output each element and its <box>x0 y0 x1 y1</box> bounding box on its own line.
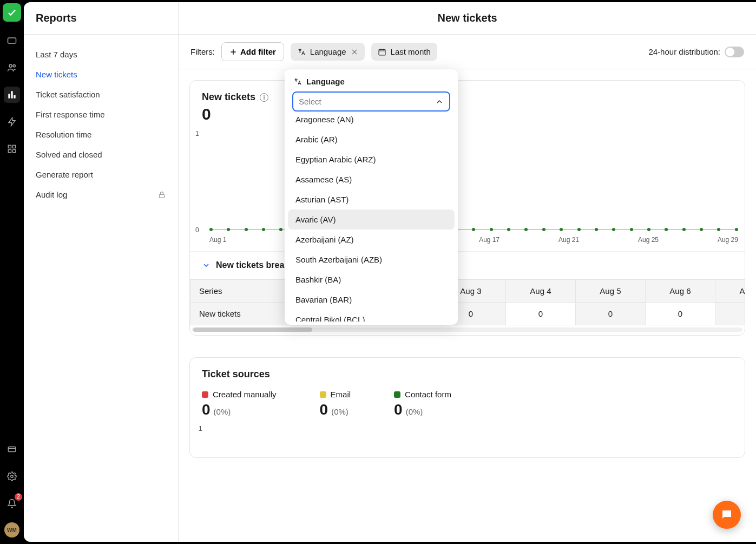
total-value: 0 <box>202 105 733 123</box>
source-pct: (0%) <box>331 407 349 416</box>
y-tick: 1 <box>199 425 202 432</box>
chart-point <box>542 228 545 231</box>
people-icon[interactable] <box>4 60 20 76</box>
info-icon[interactable]: i <box>260 93 268 102</box>
billing-icon[interactable] <box>4 441 20 457</box>
source-pct: (0%) <box>406 407 423 416</box>
chart-point <box>262 228 265 231</box>
filter-chip-language[interactable]: Language <box>291 43 365 61</box>
close-icon[interactable] <box>351 48 358 56</box>
settings-icon[interactable] <box>4 468 20 484</box>
filter-chip-date[interactable]: Last month <box>371 43 437 61</box>
sidebar-item-audit[interactable]: Audit log <box>24 185 178 205</box>
tickets-icon[interactable] <box>4 32 20 49</box>
automation-icon[interactable] <box>4 114 20 130</box>
svg-rect-8 <box>13 145 16 148</box>
sidebar-item-new-tickets[interactable]: New tickets <box>24 64 178 84</box>
source-label: Created manually <box>213 390 277 399</box>
language-option[interactable]: Central Bikol (BCL) <box>288 310 455 322</box>
sidebar-item-resolution[interactable]: Resolution time <box>24 124 178 145</box>
card-title: New tickets <box>202 91 255 103</box>
language-option[interactable]: Asturian (AST) <box>288 189 455 209</box>
sidebar-item-solved[interactable]: Solved and closed <box>24 145 178 165</box>
add-filter-button[interactable]: Add filter <box>221 42 284 61</box>
svg-rect-14 <box>159 194 164 198</box>
language-search-input[interactable] <box>299 97 435 106</box>
sidebar-item-generate[interactable]: Generate report <box>24 165 178 185</box>
cell-value: 0 <box>645 303 715 325</box>
cell-value: 0 <box>575 303 645 325</box>
sidebar-item-label: Ticket satisfaction <box>36 90 100 99</box>
row-label: New tickets <box>190 303 297 325</box>
y-tick: 0 <box>195 226 199 234</box>
svg-point-2 <box>13 65 15 67</box>
language-options[interactable]: Aragonese (AN) Arabic (AR) Egyptian Arab… <box>285 116 458 322</box>
language-select-input[interactable] <box>292 91 450 112</box>
sidebar-item-label: New tickets <box>36 70 77 79</box>
language-option[interactable]: Egyptian Arabic (ARZ) <box>288 149 455 169</box>
x-tick-label: Aug 25 <box>638 236 659 244</box>
svg-rect-7 <box>8 145 11 148</box>
language-option[interactable]: Assamese (AS) <box>288 169 455 189</box>
notifications-icon[interactable]: 2 <box>4 495 20 512</box>
svg-marker-6 <box>9 118 15 126</box>
language-option[interactable]: Arabic (AR) <box>288 129 455 149</box>
lock-icon <box>157 191 166 199</box>
avatar[interactable]: WM <box>4 522 19 538</box>
chart-point <box>524 228 528 231</box>
source-value: 0 <box>394 401 403 418</box>
filters-bar: Filters: Add filter Language <box>179 35 756 69</box>
distribution-toggle[interactable] <box>725 47 744 57</box>
source-pct: (0%) <box>214 407 231 416</box>
x-tick-label: Aug 17 <box>479 236 499 244</box>
language-option[interactable]: Bashkir (BA) <box>288 270 455 290</box>
sidebar-item-label: Solved and closed <box>36 150 102 159</box>
svg-rect-3 <box>8 94 10 98</box>
svg-rect-4 <box>11 91 12 98</box>
cell-value: 0 <box>715 303 745 325</box>
svg-point-1 <box>9 64 12 67</box>
add-filter-label: Add filter <box>240 47 276 56</box>
nav-rail: 2 WM <box>0 0 24 544</box>
source-value: 0 <box>202 401 211 418</box>
chart-point <box>209 228 213 231</box>
source-item: Contact form0(0%) <box>394 390 451 418</box>
apps-icon[interactable] <box>4 141 20 157</box>
language-option[interactable]: South Azerbaijani (AZB) <box>288 250 455 270</box>
x-tick-label: Aug 1 <box>209 236 226 244</box>
chevron-down-icon <box>202 261 211 270</box>
chart-point <box>279 228 282 231</box>
new-tickets-chart: 1 0 Aug 1Aug 5Aug 17Aug 21Aug 25Aug 29 <box>190 127 745 251</box>
app-logo[interactable] <box>3 3 21 22</box>
chart-point <box>700 228 703 231</box>
sidebar-item-last7[interactable]: Last 7 days <box>24 44 178 64</box>
sidebar-item-satisfaction[interactable]: Ticket satisfaction <box>24 84 178 104</box>
table-scrollbar[interactable] <box>192 327 742 332</box>
svg-rect-10 <box>13 150 16 153</box>
chart-point <box>612 228 615 231</box>
source-label: Email <box>331 390 351 399</box>
calendar-icon <box>378 48 386 56</box>
sources-grid: Created manually0(0%)Email0(0%)Contact f… <box>202 380 733 418</box>
sidebar-title: Reports <box>24 2 178 35</box>
breakdown-table-wrap[interactable]: SeriesAug 1Aug 2Aug 3Aug 4Aug 5Aug 6Aug … <box>190 279 745 325</box>
source-item: Email0(0%) <box>320 390 351 418</box>
language-icon <box>297 48 306 56</box>
sidebar-item-first-response[interactable]: First response time <box>24 104 178 124</box>
language-option[interactable]: Bavarian (BAR) <box>288 290 455 310</box>
chip-label: Language <box>310 47 346 56</box>
language-option[interactable]: Aragonese (AN) <box>288 116 455 129</box>
chat-button[interactable] <box>713 501 741 529</box>
popover-title: Language <box>306 77 345 86</box>
sidebar: Reports Last 7 days New tickets Ticket s… <box>24 2 179 542</box>
x-tick-label: Aug 21 <box>558 236 579 244</box>
chevron-up-icon[interactable] <box>435 97 444 106</box>
notif-badge: 2 <box>15 493 22 501</box>
chart-point <box>735 228 738 231</box>
legend-swatch <box>202 391 208 398</box>
breakdown-toggle[interactable]: New tickets breakdown <box>190 251 745 279</box>
chart-point <box>560 228 563 231</box>
language-option[interactable]: Avaric (AV) <box>288 209 455 230</box>
reports-icon[interactable] <box>4 87 20 103</box>
language-option[interactable]: Azerbaijani (AZ) <box>288 230 455 250</box>
